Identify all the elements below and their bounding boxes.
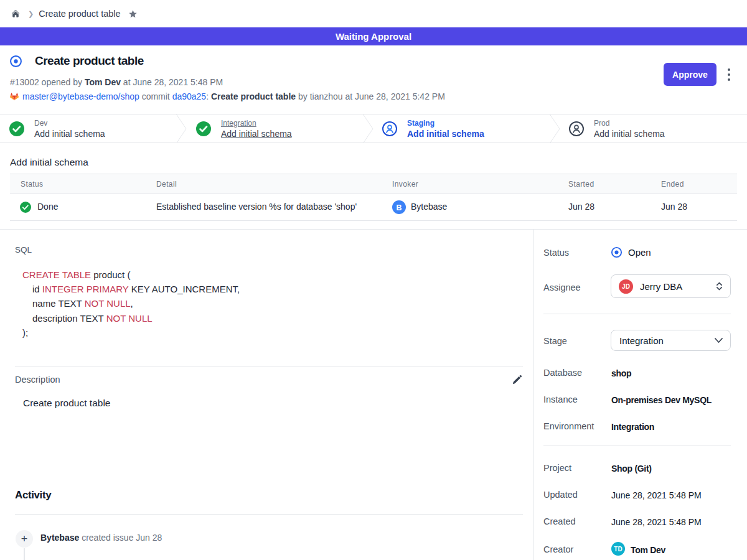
svg-text:JD: JD	[622, 283, 630, 290]
svg-text:TD: TD	[614, 546, 622, 553]
svg-text:B: B	[396, 203, 402, 212]
